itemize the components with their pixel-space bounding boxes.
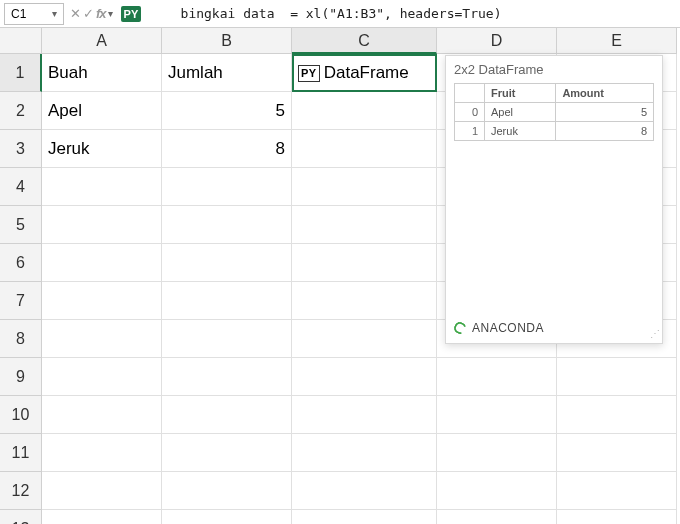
cell[interactable] (437, 510, 557, 524)
cell[interactable]: 8 (162, 130, 292, 168)
cell[interactable] (42, 434, 162, 472)
row-header[interactable]: 4 (0, 168, 42, 206)
preview-cell: 1 (455, 122, 485, 141)
row-header[interactable]: 7 (0, 282, 42, 320)
cell[interactable] (162, 168, 292, 206)
cell[interactable] (292, 358, 437, 396)
cell[interactable]: Jumlah (162, 54, 292, 92)
preview-cell: 0 (455, 103, 485, 122)
cell[interactable] (437, 434, 557, 472)
preview-cell: Apel (485, 103, 556, 122)
preview-footer: ANACONDA (454, 321, 654, 335)
cell[interactable] (292, 472, 437, 510)
cell[interactable]: Apel (42, 92, 162, 130)
row-header[interactable]: 2 (0, 92, 42, 130)
column-header-e[interactable]: E (557, 28, 677, 54)
cell[interactable] (162, 282, 292, 320)
cell[interactable] (42, 282, 162, 320)
cell[interactable] (42, 244, 162, 282)
cell[interactable] (292, 168, 437, 206)
cell[interactable] (437, 396, 557, 434)
row-header[interactable]: 11 (0, 434, 42, 472)
cell[interactable] (437, 358, 557, 396)
dataframe-preview: 2x2 DataFrame Fruit Amount 0 Apel 5 1 Je… (445, 55, 663, 344)
accept-icon[interactable]: ✓ (83, 6, 94, 21)
row-header[interactable]: 5 (0, 206, 42, 244)
name-box[interactable]: C1 ▾ (4, 3, 64, 25)
cell[interactable] (292, 396, 437, 434)
cell[interactable] (42, 358, 162, 396)
chevron-down-icon: ▾ (52, 8, 57, 19)
row-header[interactable]: 3 (0, 130, 42, 168)
fx-icon[interactable]: fx (96, 6, 106, 21)
cell[interactable] (557, 434, 677, 472)
cell[interactable]: Buah (42, 54, 162, 92)
cell[interactable] (162, 434, 292, 472)
dropdown-icon[interactable]: ▾ (108, 8, 113, 19)
column-header-a[interactable]: A (42, 28, 162, 54)
cell[interactable] (162, 320, 292, 358)
formula-bar: C1 ▾ ✕ ✓ fx ▾ PY bingkai data = xl("A1:B… (0, 0, 680, 28)
preview-cell: 8 (556, 122, 654, 141)
cell[interactable] (292, 206, 437, 244)
cell[interactable] (162, 206, 292, 244)
row-header[interactable]: 13 (0, 510, 42, 524)
table-row: 0 Apel 5 (455, 103, 654, 122)
resize-handle-icon[interactable]: ⋰ (650, 328, 658, 339)
cell[interactable] (42, 472, 162, 510)
row-header[interactable]: 8 (0, 320, 42, 358)
preview-cell: 5 (556, 103, 654, 122)
cell[interactable] (557, 396, 677, 434)
row-header[interactable]: 12 (0, 472, 42, 510)
cell[interactable] (42, 320, 162, 358)
cell[interactable]: Jeruk (42, 130, 162, 168)
cell[interactable] (557, 358, 677, 396)
cell[interactable] (42, 396, 162, 434)
cell[interactable]: 5 (162, 92, 292, 130)
cell[interactable] (557, 510, 677, 524)
cell[interactable] (162, 358, 292, 396)
cell[interactable] (292, 92, 437, 130)
select-all-corner[interactable] (0, 28, 42, 54)
cell[interactable] (292, 434, 437, 472)
row-header[interactable]: 10 (0, 396, 42, 434)
cell[interactable] (42, 510, 162, 524)
cell[interactable] (162, 244, 292, 282)
cell-reference: C1 (11, 7, 26, 21)
cell[interactable] (292, 130, 437, 168)
preview-title: 2x2 DataFrame (454, 62, 654, 77)
column-header-b[interactable]: B (162, 28, 292, 54)
table-row: 1 Jeruk 8 (455, 122, 654, 141)
cell[interactable] (162, 510, 292, 524)
cell[interactable] (162, 472, 292, 510)
cell[interactable] (292, 510, 437, 524)
preview-header: Fruit (485, 84, 556, 103)
preview-brand: ANACONDA (472, 321, 544, 335)
preview-cell: Jeruk (485, 122, 556, 141)
cell[interactable] (42, 168, 162, 206)
column-header-d[interactable]: D (437, 28, 557, 54)
cancel-icon[interactable]: ✕ (70, 6, 81, 21)
python-badge-icon: PY (121, 6, 142, 22)
preview-table: Fruit Amount 0 Apel 5 1 Jeruk 8 (454, 83, 654, 141)
column-header-c[interactable]: C (292, 28, 437, 54)
cell[interactable] (162, 396, 292, 434)
cell[interactable] (437, 472, 557, 510)
cell[interactable] (292, 282, 437, 320)
row-header[interactable]: 1 (0, 54, 42, 92)
cell[interactable] (292, 54, 437, 92)
anaconda-icon (452, 320, 468, 336)
cell[interactable] (42, 206, 162, 244)
preview-header-index (455, 84, 485, 103)
column-headers: A B C D E (0, 28, 680, 54)
cell[interactable] (292, 244, 437, 282)
row-header[interactable]: 6 (0, 244, 42, 282)
cell[interactable] (557, 472, 677, 510)
cell[interactable] (292, 320, 437, 358)
row-header[interactable]: 9 (0, 358, 42, 396)
preview-header: Amount (556, 84, 654, 103)
formula-controls: ✕ ✓ fx ▾ (68, 6, 115, 21)
